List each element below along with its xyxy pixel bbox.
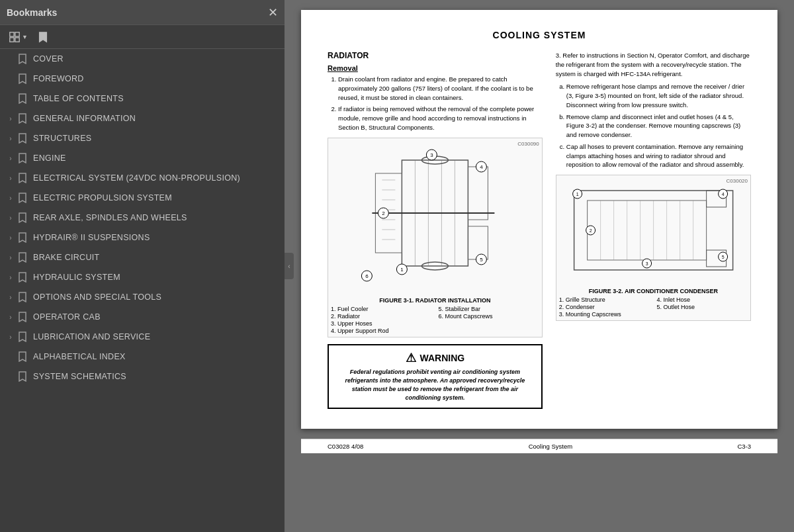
expand-chevron-icon[interactable]: › — [5, 252, 16, 263]
footer-center: Cooling System — [529, 443, 573, 450]
svg-text:3: 3 — [645, 261, 648, 266]
svg-rect-2 — [10, 37, 14, 41]
no-chevron — [5, 371, 16, 382]
sidebar-header: Bookmarks ✕ — [0, 0, 285, 25]
bookmark-flag-icon — [17, 212, 28, 224]
figure-2-legend: 1. Grille Structure 4. Inlet Hose 2. Con… — [559, 296, 748, 318]
collapse-handle[interactable]: ‹ — [285, 253, 294, 279]
page-title: COOLING SYSTEM — [328, 30, 751, 40]
expand-icon — [9, 31, 21, 43]
sidebar-item-hydrair[interactable]: ›HYDRAIR® II SUSPENSIONS — [0, 228, 285, 247]
warning-box: ⚠ WARNING Federal regulations prohibit v… — [328, 344, 543, 409]
bookmark-label: ELECTRICAL SYSTEM (24VDC NON-PROPULSION) — [33, 173, 240, 183]
bookmark-label: GENERAL INFORMATION — [33, 114, 136, 123]
sidebar-item-structures[interactable]: ›STRUCTURES — [0, 128, 285, 148]
sidebar-item-schematics[interactable]: SYSTEM SCHEMATICS — [0, 367, 285, 386]
expand-chevron-icon[interactable]: › — [5, 173, 16, 183]
svg-rect-35 — [587, 200, 706, 260]
sidebar-item-brake[interactable]: ›BRAKE CIRCUIT — [0, 247, 285, 267]
right-column: 3. Refer to instructions in Section N, O… — [556, 51, 751, 409]
bookmark-add-button[interactable] — [34, 29, 52, 45]
figure-1-legend: 1. Fuel Cooler 5. Stabilizer Bar 2. Radi… — [331, 306, 539, 334]
svg-text:2: 2 — [589, 228, 592, 233]
sidebar-item-electric-propulsion[interactable]: ›ELECTRIC PROPULSION SYSTEM — [0, 188, 285, 208]
bookmark-label: FOREWORD — [33, 74, 84, 83]
warning-title: ⚠ WARNING — [335, 351, 535, 365]
figure-3-1: C030090 — [328, 138, 543, 337]
expand-all-button[interactable]: ▼ — [5, 29, 31, 45]
bookmark-flag-icon — [17, 311, 28, 323]
alpha-steps-list: Remove refrigerant hose clamps and remov… — [556, 82, 751, 169]
alpha-step-c: Cap all hoses to prevent contamination. … — [566, 142, 751, 169]
svg-rect-20 — [468, 226, 488, 259]
sidebar-item-options[interactable]: ›OPTIONS AND SPECIAL TOOLS — [0, 287, 285, 307]
svg-rect-0 — [10, 32, 14, 36]
bookmark-flag-icon — [17, 112, 28, 124]
sidebar-item-electrical[interactable]: ›ELECTRICAL SYSTEM (24VDC NON-PROPULSION… — [0, 168, 285, 188]
radiator-diagram: 2 3 4 5 6 1 — [331, 147, 539, 292]
sidebar-item-cover[interactable]: COVER — [0, 49, 285, 69]
bookmark-flag-icon — [17, 271, 28, 283]
svg-rect-1 — [15, 32, 19, 36]
svg-text:4: 4 — [480, 164, 483, 170]
sidebar-item-operator-cab[interactable]: ›OPERATOR CAB — [0, 307, 285, 327]
expand-chevron-icon[interactable]: › — [5, 133, 16, 144]
expand-chevron: ▼ — [22, 34, 28, 40]
svg-text:3: 3 — [430, 152, 433, 158]
close-button[interactable]: ✕ — [268, 7, 278, 19]
alpha-step-a: Remove refrigerant hose clamps and remov… — [566, 82, 751, 109]
svg-text:4: 4 — [721, 192, 724, 197]
bookmark-flag-icon — [17, 291, 28, 303]
expand-chevron-icon[interactable]: › — [5, 232, 16, 243]
step-2: If radiator is being removed without the… — [338, 105, 543, 132]
expand-chevron-icon[interactable]: › — [5, 272, 16, 283]
main-content: COOLING SYSTEM RADIATOR Removal Drain co… — [285, 0, 794, 532]
bookmark-label: COVER — [33, 54, 64, 64]
bookmark-label: REAR AXLE, SPINDLES AND WHEELS — [33, 213, 187, 222]
two-column-layout: RADIATOR Removal Drain coolant from radi… — [328, 51, 751, 409]
expand-chevron-icon[interactable]: › — [5, 193, 16, 203]
no-chevron — [5, 73, 16, 84]
figure-1-code: C030090 — [331, 141, 539, 147]
bookmark-label: SYSTEM SCHEMATICS — [33, 372, 126, 381]
bookmark-label: HYDRAULIC SYSTEM — [33, 273, 120, 282]
page-content: COOLING SYSTEM RADIATOR Removal Drain co… — [301, 10, 777, 429]
collapse-icon: ‹ — [288, 263, 290, 270]
sidebar-item-toc[interactable]: TABLE OF CONTENTS — [0, 89, 285, 109]
sidebar-toolbar: ▼ — [0, 25, 285, 49]
bookmark-flag-icon — [17, 192, 28, 204]
bookmark-label: ENGINE — [33, 154, 66, 163]
bookmark-flag-icon — [17, 73, 28, 85]
sidebar-item-engine[interactable]: ›ENGINE — [0, 148, 285, 168]
sidebar-item-foreword[interactable]: FOREWORD — [0, 69, 285, 89]
expand-chevron-icon[interactable]: › — [5, 113, 16, 124]
bookmark-flag-icon — [17, 251, 28, 263]
left-column: RADIATOR Removal Drain coolant from radi… — [328, 51, 543, 409]
expand-chevron-icon[interactable]: › — [5, 292, 16, 302]
no-chevron — [5, 93, 16, 104]
bookmark-label: ALPHABETICAL INDEX — [33, 352, 126, 361]
svg-text:1: 1 — [400, 267, 404, 273]
bookmark-icon — [37, 31, 49, 43]
sidebar-item-rear-axle[interactable]: ›REAR AXLE, SPINDLES AND WHEELS — [0, 208, 285, 228]
sidebar-title: Bookmarks — [7, 7, 57, 18]
expand-chevron-icon[interactable]: › — [5, 153, 16, 163]
bookmark-flag-icon — [17, 132, 28, 144]
sidebar-item-alphabetical[interactable]: ALPHABETICAL INDEX — [0, 347, 285, 367]
bookmark-label: BRAKE CIRCUIT — [33, 253, 99, 262]
sidebar-item-general-info[interactable]: ›GENERAL INFORMATION — [0, 109, 285, 128]
section-radiator-title: RADIATOR — [328, 51, 543, 60]
sidebar-item-lubrication[interactable]: ›LUBRICATION AND SERVICE — [0, 327, 285, 347]
bookmark-label: OPTIONS AND SPECIAL TOOLS — [33, 292, 161, 302]
expand-chevron-icon[interactable]: › — [5, 212, 16, 223]
svg-text:1: 1 — [576, 192, 578, 197]
expand-chevron-icon[interactable]: › — [5, 332, 16, 342]
sidebar-item-hydraulic[interactable]: ›HYDRAULIC SYSTEM — [0, 267, 285, 287]
bookmark-label: STRUCTURES — [33, 134, 91, 143]
bookmark-flag-icon — [17, 93, 28, 105]
figure-1-caption: FIGURE 3-1. RADIATOR INSTALLATION — [331, 297, 539, 304]
warning-triangle-icon: ⚠ — [406, 351, 416, 365]
svg-rect-19 — [468, 167, 488, 220]
figure-3-2: C030020 — [556, 175, 751, 321]
expand-chevron-icon[interactable]: › — [5, 312, 16, 322]
